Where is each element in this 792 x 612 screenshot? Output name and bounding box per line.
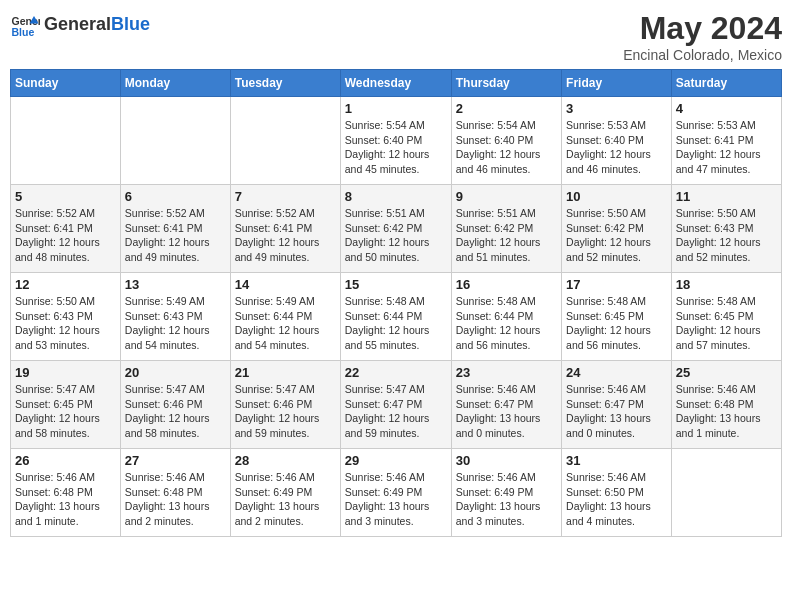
day-cell: 23Sunrise: 5:46 AMSunset: 6:47 PMDayligh… bbox=[451, 361, 561, 449]
day-number: 19 bbox=[15, 365, 116, 380]
day-info: Sunrise: 5:50 AMSunset: 6:43 PMDaylight:… bbox=[676, 206, 777, 265]
day-number: 23 bbox=[456, 365, 557, 380]
day-info: Sunrise: 5:54 AMSunset: 6:40 PMDaylight:… bbox=[345, 118, 447, 177]
logo-icon: General Blue bbox=[10, 10, 40, 40]
logo-blue: Blue bbox=[111, 14, 150, 34]
day-info: Sunrise: 5:48 AMSunset: 6:45 PMDaylight:… bbox=[566, 294, 667, 353]
day-header-friday: Friday bbox=[562, 70, 672, 97]
day-number: 14 bbox=[235, 277, 336, 292]
day-cell: 9Sunrise: 5:51 AMSunset: 6:42 PMDaylight… bbox=[451, 185, 561, 273]
day-cell: 20Sunrise: 5:47 AMSunset: 6:46 PMDayligh… bbox=[120, 361, 230, 449]
day-cell: 24Sunrise: 5:46 AMSunset: 6:47 PMDayligh… bbox=[562, 361, 672, 449]
day-number: 1 bbox=[345, 101, 447, 116]
day-number: 13 bbox=[125, 277, 226, 292]
day-number: 9 bbox=[456, 189, 557, 204]
day-cell: 17Sunrise: 5:48 AMSunset: 6:45 PMDayligh… bbox=[562, 273, 672, 361]
day-info: Sunrise: 5:46 AMSunset: 6:48 PMDaylight:… bbox=[676, 382, 777, 441]
day-cell bbox=[120, 97, 230, 185]
day-cell bbox=[230, 97, 340, 185]
day-cell: 10Sunrise: 5:50 AMSunset: 6:42 PMDayligh… bbox=[562, 185, 672, 273]
day-number: 5 bbox=[15, 189, 116, 204]
day-number: 4 bbox=[676, 101, 777, 116]
day-header-saturday: Saturday bbox=[671, 70, 781, 97]
page-header: General Blue GeneralBlue May 2024 Encina… bbox=[10, 10, 782, 63]
day-cell: 5Sunrise: 5:52 AMSunset: 6:41 PMDaylight… bbox=[11, 185, 121, 273]
day-cell: 18Sunrise: 5:48 AMSunset: 6:45 PMDayligh… bbox=[671, 273, 781, 361]
logo-text: GeneralBlue bbox=[44, 15, 150, 35]
day-number: 25 bbox=[676, 365, 777, 380]
day-info: Sunrise: 5:52 AMSunset: 6:41 PMDaylight:… bbox=[125, 206, 226, 265]
day-info: Sunrise: 5:49 AMSunset: 6:43 PMDaylight:… bbox=[125, 294, 226, 353]
day-number: 30 bbox=[456, 453, 557, 468]
day-number: 18 bbox=[676, 277, 777, 292]
day-cell: 12Sunrise: 5:50 AMSunset: 6:43 PMDayligh… bbox=[11, 273, 121, 361]
day-info: Sunrise: 5:47 AMSunset: 6:46 PMDaylight:… bbox=[125, 382, 226, 441]
day-info: Sunrise: 5:46 AMSunset: 6:48 PMDaylight:… bbox=[15, 470, 116, 529]
logo-general: General bbox=[44, 14, 111, 34]
day-number: 17 bbox=[566, 277, 667, 292]
day-info: Sunrise: 5:50 AMSunset: 6:42 PMDaylight:… bbox=[566, 206, 667, 265]
day-info: Sunrise: 5:46 AMSunset: 6:47 PMDaylight:… bbox=[456, 382, 557, 441]
day-number: 22 bbox=[345, 365, 447, 380]
calendar-table: SundayMondayTuesdayWednesdayThursdayFrid… bbox=[10, 69, 782, 537]
day-number: 11 bbox=[676, 189, 777, 204]
day-info: Sunrise: 5:54 AMSunset: 6:40 PMDaylight:… bbox=[456, 118, 557, 177]
day-number: 21 bbox=[235, 365, 336, 380]
day-number: 6 bbox=[125, 189, 226, 204]
month-year: May 2024 bbox=[623, 10, 782, 47]
day-cell: 14Sunrise: 5:49 AMSunset: 6:44 PMDayligh… bbox=[230, 273, 340, 361]
day-number: 7 bbox=[235, 189, 336, 204]
calendar-header-row: SundayMondayTuesdayWednesdayThursdayFrid… bbox=[11, 70, 782, 97]
day-cell: 29Sunrise: 5:46 AMSunset: 6:49 PMDayligh… bbox=[340, 449, 451, 537]
week-row-3: 12Sunrise: 5:50 AMSunset: 6:43 PMDayligh… bbox=[11, 273, 782, 361]
day-info: Sunrise: 5:47 AMSunset: 6:45 PMDaylight:… bbox=[15, 382, 116, 441]
day-number: 10 bbox=[566, 189, 667, 204]
day-info: Sunrise: 5:53 AMSunset: 6:41 PMDaylight:… bbox=[676, 118, 777, 177]
day-cell: 31Sunrise: 5:46 AMSunset: 6:50 PMDayligh… bbox=[562, 449, 672, 537]
day-cell: 28Sunrise: 5:46 AMSunset: 6:49 PMDayligh… bbox=[230, 449, 340, 537]
day-number: 24 bbox=[566, 365, 667, 380]
day-info: Sunrise: 5:49 AMSunset: 6:44 PMDaylight:… bbox=[235, 294, 336, 353]
day-info: Sunrise: 5:47 AMSunset: 6:46 PMDaylight:… bbox=[235, 382, 336, 441]
day-cell: 13Sunrise: 5:49 AMSunset: 6:43 PMDayligh… bbox=[120, 273, 230, 361]
day-info: Sunrise: 5:51 AMSunset: 6:42 PMDaylight:… bbox=[345, 206, 447, 265]
day-cell: 26Sunrise: 5:46 AMSunset: 6:48 PMDayligh… bbox=[11, 449, 121, 537]
day-cell: 3Sunrise: 5:53 AMSunset: 6:40 PMDaylight… bbox=[562, 97, 672, 185]
day-number: 28 bbox=[235, 453, 336, 468]
day-cell: 30Sunrise: 5:46 AMSunset: 6:49 PMDayligh… bbox=[451, 449, 561, 537]
day-cell: 19Sunrise: 5:47 AMSunset: 6:45 PMDayligh… bbox=[11, 361, 121, 449]
day-number: 26 bbox=[15, 453, 116, 468]
week-row-1: 1Sunrise: 5:54 AMSunset: 6:40 PMDaylight… bbox=[11, 97, 782, 185]
day-info: Sunrise: 5:52 AMSunset: 6:41 PMDaylight:… bbox=[15, 206, 116, 265]
day-number: 31 bbox=[566, 453, 667, 468]
day-cell: 22Sunrise: 5:47 AMSunset: 6:47 PMDayligh… bbox=[340, 361, 451, 449]
day-header-sunday: Sunday bbox=[11, 70, 121, 97]
day-cell bbox=[671, 449, 781, 537]
day-number: 27 bbox=[125, 453, 226, 468]
day-info: Sunrise: 5:48 AMSunset: 6:45 PMDaylight:… bbox=[676, 294, 777, 353]
logo: General Blue GeneralBlue bbox=[10, 10, 150, 40]
day-info: Sunrise: 5:46 AMSunset: 6:49 PMDaylight:… bbox=[235, 470, 336, 529]
week-row-4: 19Sunrise: 5:47 AMSunset: 6:45 PMDayligh… bbox=[11, 361, 782, 449]
day-number: 12 bbox=[15, 277, 116, 292]
day-cell: 16Sunrise: 5:48 AMSunset: 6:44 PMDayligh… bbox=[451, 273, 561, 361]
day-number: 8 bbox=[345, 189, 447, 204]
day-info: Sunrise: 5:46 AMSunset: 6:48 PMDaylight:… bbox=[125, 470, 226, 529]
day-cell: 27Sunrise: 5:46 AMSunset: 6:48 PMDayligh… bbox=[120, 449, 230, 537]
day-info: Sunrise: 5:51 AMSunset: 6:42 PMDaylight:… bbox=[456, 206, 557, 265]
day-cell: 25Sunrise: 5:46 AMSunset: 6:48 PMDayligh… bbox=[671, 361, 781, 449]
day-number: 2 bbox=[456, 101, 557, 116]
location: Encinal Colorado, Mexico bbox=[623, 47, 782, 63]
day-info: Sunrise: 5:46 AMSunset: 6:49 PMDaylight:… bbox=[456, 470, 557, 529]
day-info: Sunrise: 5:48 AMSunset: 6:44 PMDaylight:… bbox=[345, 294, 447, 353]
day-cell: 15Sunrise: 5:48 AMSunset: 6:44 PMDayligh… bbox=[340, 273, 451, 361]
day-cell: 11Sunrise: 5:50 AMSunset: 6:43 PMDayligh… bbox=[671, 185, 781, 273]
week-row-5: 26Sunrise: 5:46 AMSunset: 6:48 PMDayligh… bbox=[11, 449, 782, 537]
day-info: Sunrise: 5:48 AMSunset: 6:44 PMDaylight:… bbox=[456, 294, 557, 353]
day-cell bbox=[11, 97, 121, 185]
day-info: Sunrise: 5:47 AMSunset: 6:47 PMDaylight:… bbox=[345, 382, 447, 441]
day-info: Sunrise: 5:52 AMSunset: 6:41 PMDaylight:… bbox=[235, 206, 336, 265]
day-cell: 21Sunrise: 5:47 AMSunset: 6:46 PMDayligh… bbox=[230, 361, 340, 449]
day-cell: 8Sunrise: 5:51 AMSunset: 6:42 PMDaylight… bbox=[340, 185, 451, 273]
day-header-thursday: Thursday bbox=[451, 70, 561, 97]
